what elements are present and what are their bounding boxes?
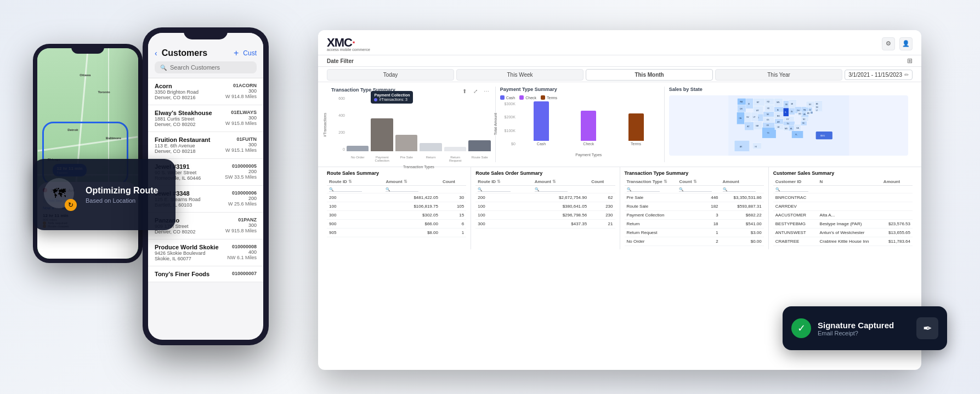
customer-sales-section: Customer Sales Summary Customer ID N Amo…	[769, 167, 917, 249]
tab-this-year[interactable]: This Year	[715, 69, 842, 81]
customers-title: Customers	[162, 48, 229, 58]
sales-by-state-section: Sales by State WA OR CA	[665, 87, 913, 162]
svg-text:WV: WV	[798, 113, 801, 115]
transaction-type-row: Return Request1$3.00	[625, 229, 764, 237]
route-sales-row: 200$481,422.0530	[327, 193, 466, 202]
transaction-type-table: Transaction Type ⇅ Count ⇅ Amount Pre Sa…	[625, 178, 764, 246]
terms-label: Terms	[631, 142, 641, 146]
cash-bar	[534, 101, 549, 141]
add-customer-button[interactable]: +	[234, 48, 239, 58]
route-sales-order-title: Route Sales Order Summary	[475, 170, 615, 176]
check-label: Check	[583, 142, 594, 146]
customer-item-fruition[interactable]: Fruition Restaurant 113 E. 6th Avenue De…	[148, 132, 263, 159]
customer-sales-table: Customer ID N Amount BNRCONTRAC	[773, 178, 913, 246]
svg-text:NC: NC	[803, 118, 806, 121]
svg-text:AZ: AZ	[747, 125, 749, 128]
map-city-label: Toronto	[98, 90, 110, 94]
count-search[interactable]	[679, 187, 712, 192]
col-name: N	[818, 178, 881, 186]
svg-text:NY: NY	[809, 104, 812, 106]
sort-icon[interactable]: ⇅	[404, 179, 407, 184]
customer-item-elways[interactable]: Elway's Steakhouse 1881 Curtis Street De…	[148, 105, 263, 132]
payment-y-axis-label: Total Amount	[494, 113, 497, 135]
customer-item-produce-world[interactable]: Produce World Skokie 9426 Skokie Bouleva…	[148, 239, 263, 266]
svg-text:OR: OR	[740, 108, 743, 110]
amount-search-2[interactable]	[723, 187, 756, 192]
share-icon[interactable]: ⬆	[460, 87, 469, 95]
sales-state-title: Sales by State	[669, 87, 703, 92]
us-map: WA OR CA NV ID MT	[669, 95, 908, 156]
legend-cash: Cash	[506, 96, 515, 100]
sort-icon[interactable]: ⇅	[693, 179, 697, 184]
sort-icon[interactable]: ⇅	[552, 179, 556, 184]
edit-date-icon[interactable]: ✏	[904, 72, 909, 78]
svg-text:MT: MT	[757, 101, 760, 104]
signature-title: Signature Captured	[818, 321, 910, 330]
signature-captured-bubble: ✓ Signature Captured Email Receipt? ✒	[783, 306, 947, 350]
svg-text:AR: AR	[777, 121, 780, 123]
svg-text:HI: HI	[755, 146, 756, 148]
svg-text:MN: MN	[777, 101, 780, 104]
payment-legend: Cash Check Terms	[500, 95, 660, 100]
cash-label: Cash	[537, 142, 546, 146]
customer-sales-row: BESTYPEBMGBestype Image (PAR)$23,576.53	[773, 220, 913, 229]
col-route-id: Route ID ⇅	[327, 178, 383, 186]
route-bubble-text: Optimizing Route Based on Location	[86, 185, 165, 203]
terms-bar	[628, 113, 644, 141]
optimizing-route-bubble: 🗺 ↻ Optimizing Route Based on Location	[33, 159, 175, 230]
customer-item-tonys[interactable]: Tony's Finer Foods 010000007	[148, 266, 263, 282]
bar-payment-collection	[371, 118, 393, 151]
tab-this-week[interactable]: This Week	[456, 69, 584, 81]
sort-icon[interactable]: ⇅	[664, 179, 667, 184]
svg-text:MI: MI	[791, 103, 793, 105]
payment-bar-chart: $300K $200K $100K $0 Cash Check	[500, 102, 660, 157]
customer-sales-row: CARRDEV	[773, 202, 913, 211]
date-range-display[interactable]: 3/1/2021 - 11/15/2023 ✏	[845, 70, 913, 80]
svg-rect-37	[774, 107, 783, 112]
customers-header: ‹ Customers + Cust 🔍 Search Customers	[148, 33, 263, 78]
svg-text:GA: GA	[796, 127, 800, 129]
svg-text:UT: UT	[753, 116, 755, 118]
route-sales-table: Route ID ⇅ Amount ⇅ Count 200$481,422.05…	[327, 178, 466, 237]
customer-sales-row: ANTUNSWESTAntun's of Westchester$13,655.…	[773, 229, 913, 237]
col-count: Count ⇅	[677, 178, 720, 186]
charts-row: Transaction Type Summary ⬆ ⤢ ⋯ 600 400 2…	[318, 82, 921, 167]
route-sales-order-table: Route ID ⇅ Amount ⇅ Count 200$2,672,754.…	[475, 178, 615, 229]
date-range-text: 3/1/2021 - 11/15/2023	[848, 72, 902, 78]
legend-terms: Terms	[547, 96, 557, 100]
svg-text:MO: MO	[777, 115, 780, 117]
back-arrow-icon[interactable]: ‹	[155, 49, 157, 58]
customer-sales-row: BNRCONTRAC	[773, 193, 913, 202]
user-icon-button[interactable]: 👤	[899, 37, 913, 50]
tab-today[interactable]: Today	[327, 69, 454, 81]
transaction-chart-section: Transaction Type Summary ⬆ ⤢ ⋯ 600 400 2…	[327, 87, 496, 162]
route-order-amount-search[interactable]	[535, 187, 568, 192]
route-sales-row: 905$8.001	[327, 229, 466, 237]
settings-icon-button[interactable]: ⚙	[882, 37, 895, 50]
route-order-id-search[interactable]	[478, 187, 511, 192]
tab-this-month[interactable]: This Month	[586, 69, 713, 81]
sort-icon[interactable]: ⇅	[348, 179, 352, 184]
customer-id-search[interactable]	[775, 187, 808, 192]
customer-search-bar[interactable]: 🔍 Search Customers	[155, 61, 257, 73]
customer-item-acorn[interactable]: Acorn 3350 Brighton Road Denver, CO 8021…	[148, 78, 263, 105]
col-amount: Amount ⇅	[383, 178, 440, 186]
svg-text:WI: WI	[785, 104, 788, 106]
svg-text:SD: SD	[767, 107, 769, 110]
sort-icon[interactable]: ⇅	[497, 179, 501, 184]
type-search[interactable]	[627, 187, 660, 192]
col-type: Transaction Type ⇅	[625, 178, 677, 186]
transaction-x-axis-label: Transaction Types	[347, 165, 491, 169]
customers-search-link[interactable]: Cust	[243, 49, 257, 57]
check-bar	[581, 111, 596, 141]
svg-text:TN: TN	[786, 123, 789, 125]
terms-bar-group: Terms	[616, 113, 655, 146]
route-id-search[interactable]	[329, 187, 362, 192]
more-icon[interactable]: ⋯	[482, 87, 491, 95]
amount-search[interactable]	[386, 187, 418, 192]
filter-icon[interactable]: ⊞	[907, 57, 913, 65]
bar-return	[420, 143, 441, 151]
route-order-row: 100$296,798.56230	[475, 211, 615, 220]
expand-icon[interactable]: ⤢	[471, 87, 480, 95]
svg-rect-91	[752, 143, 762, 149]
